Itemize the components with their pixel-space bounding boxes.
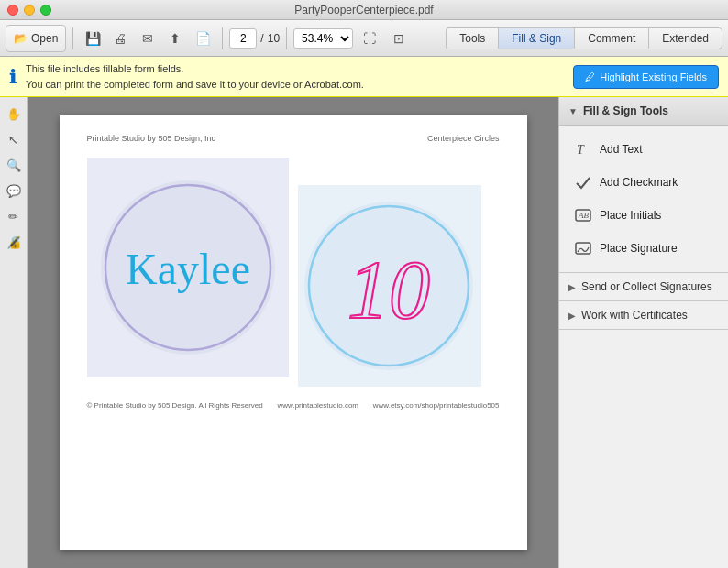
place-initials-label: Place Initials — [600, 209, 661, 222]
file-action-icons: 💾 🖨 ✉ ⬆ 📄 — [80, 26, 215, 51]
circle-svg-2: 10 10 — [300, 190, 479, 382]
svg-text:T: T — [577, 143, 585, 157]
tab-extended[interactable]: Extended — [648, 27, 722, 49]
pdf-header-left: Printable Studio by 505 Design, Inc — [87, 134, 216, 143]
panel-header-title: Fill & Sign Tools — [583, 104, 668, 117]
toolbar-separator-3 — [286, 27, 287, 49]
info-text: This file includes fillable form fields.… — [26, 61, 564, 92]
save-icon[interactable]: 💾 — [80, 26, 105, 51]
send-collect-label: Send or Collect Signatures — [581, 280, 712, 293]
sidebar-tool-hand[interactable]: ✋ — [3, 103, 25, 125]
circle-box-2: 10 10 — [298, 185, 481, 387]
page-separator: / — [260, 32, 263, 45]
document-icon[interactable]: 📄 — [190, 26, 215, 51]
panel-header: ▼ Fill & Sign Tools — [559, 97, 728, 126]
circle-svg-1: Kaylee — [96, 167, 280, 368]
highlight-label: Highlight Existing Fields — [600, 71, 707, 82]
panel-header-arrow: ▼ — [568, 106, 578, 116]
sidebar-tool-comment[interactable]: 💬 — [3, 180, 25, 202]
sidebar-tool-select[interactable]: ↖ — [3, 128, 25, 150]
maximize-button[interactable] — [40, 5, 51, 16]
add-checkmark-label: Add Checkmark — [600, 176, 678, 189]
sidebar-tool-stamp[interactable]: 🔏 — [3, 231, 25, 253]
send-collect-section[interactable]: ▶ Send or Collect Signatures — [559, 273, 728, 301]
checkmark-icon — [574, 173, 592, 191]
kaylee-text: Kaylee — [126, 245, 250, 293]
circle-box-1: Kaylee — [87, 158, 289, 377]
titlebar: PartyPooperCenterpiece.pdf — [0, 0, 728, 20]
work-certificates-label: Work with Certificates — [581, 309, 688, 322]
place-signature-button[interactable]: Place Signature — [567, 234, 721, 263]
content-area[interactable]: Printable Studio by 505 Design, Inc Cent… — [28, 97, 558, 568]
upload-icon[interactable]: ⬆ — [162, 26, 188, 51]
place-initials-button[interactable]: AB Place Initials — [567, 201, 721, 230]
initials-icon: AB — [574, 206, 592, 224]
minimize-button[interactable] — [24, 5, 35, 16]
signature-icon — [574, 239, 592, 257]
pdf-page: Printable Studio by 505 Design, Inc Cent… — [60, 115, 527, 550]
number-10-hatch: 10 — [347, 245, 430, 335]
info-icon: ℹ — [9, 66, 17, 88]
email-icon[interactable]: ✉ — [135, 26, 160, 51]
zoom-fit-icon[interactable]: ⊡ — [386, 26, 412, 51]
toolbar: 📂 Open 💾 🖨 ✉ ⬆ 📄 2 / 10 53.4% 25% 50% 75… — [0, 20, 728, 57]
infobar: ℹ This file includes fillable form field… — [0, 57, 728, 97]
svg-text:AB: AB — [578, 211, 589, 220]
circles-container: Kaylee 10 10 — [87, 158, 500, 387]
info-line2: You can print the completed form and sav… — [26, 77, 564, 93]
pdf-footer-left: © Printable Studio by 505 Design. All Ri… — [87, 401, 263, 410]
close-button[interactable] — [7, 5, 18, 16]
pdf-header-right: Centerpiece Circles — [427, 134, 500, 143]
highlight-fields-button[interactable]: 🖊 Highlight Existing Fields — [573, 65, 719, 89]
open-button[interactable]: 📂 Open — [6, 25, 66, 52]
tab-fill-sign[interactable]: Fill & Sign — [498, 27, 574, 49]
page-navigation: 2 / 10 — [229, 28, 280, 49]
zoom-expand-icon[interactable]: ⛶ — [357, 26, 382, 51]
open-label: Open — [31, 32, 58, 45]
text-icon: T — [574, 140, 592, 158]
pdf-footer-center: www.printablestudio.com — [278, 401, 358, 410]
tab-comment[interactable]: Comment — [574, 27, 648, 49]
add-checkmark-button[interactable]: Add Checkmark — [567, 168, 721, 197]
add-text-button[interactable]: T Add Text — [567, 135, 721, 164]
tab-tools[interactable]: Tools — [446, 27, 498, 49]
page-total: 10 — [268, 32, 280, 45]
pdf-header: Printable Studio by 505 Design, Inc Cent… — [87, 134, 500, 143]
place-signature-label: Place Signature — [600, 242, 678, 255]
zoom-select[interactable]: 53.4% 25% 50% 75% 100% 150% — [293, 28, 353, 49]
main-layout: ✋ ↖ 🔍 💬 ✏ 🔏 Printable Studio by 505 Desi… — [0, 97, 728, 568]
window-title: PartyPooperCenterpiece.pdf — [294, 4, 433, 16]
work-certificates-section[interactable]: ▶ Work with Certificates — [559, 301, 728, 330]
highlight-icon: 🖊 — [585, 71, 595, 82]
add-text-label: Add Text — [600, 143, 642, 156]
toolbar-separator-2 — [222, 27, 223, 49]
right-panel: ▼ Fill & Sign Tools T Add Text — [558, 97, 728, 568]
print-icon[interactable]: 🖨 — [107, 26, 133, 51]
folder-icon: 📂 — [14, 32, 28, 45]
sidebar-tool-zoom[interactable]: 🔍 — [3, 154, 25, 176]
page-number-input[interactable]: 2 — [229, 28, 257, 49]
panel-tools: T Add Text Add Checkmark — [559, 126, 728, 273]
nav-tabs: Tools Fill & Sign Comment Extended — [446, 27, 722, 49]
left-sidebar: ✋ ↖ 🔍 💬 ✏ 🔏 — [0, 97, 28, 568]
pdf-footer-right: www.etsy.com/shop/printablestudio505 — [373, 401, 500, 410]
pdf-footer: © Printable Studio by 505 Design. All Ri… — [87, 401, 500, 410]
send-collect-arrow: ▶ — [568, 282, 576, 292]
sidebar-tool-pen[interactable]: ✏ — [3, 205, 25, 227]
info-line1: This file includes fillable form fields. — [26, 61, 564, 77]
work-certificates-arrow: ▶ — [568, 311, 576, 321]
window-controls — [7, 5, 51, 16]
toolbar-separator-1 — [72, 27, 73, 49]
